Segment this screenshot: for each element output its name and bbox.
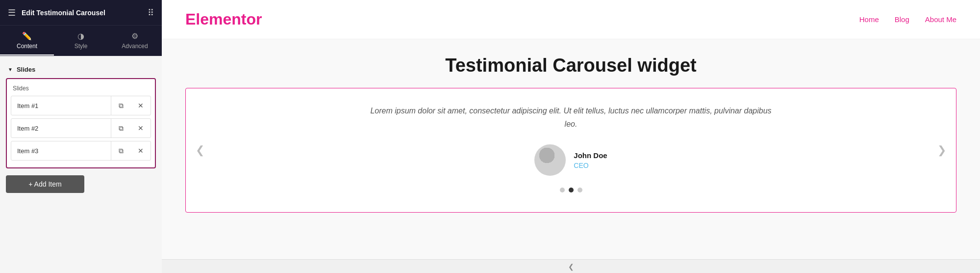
site-nav-links: Home Blog About Me xyxy=(859,15,956,24)
site-logo: Elementor xyxy=(185,10,262,28)
author-info: John Doe CEO xyxy=(574,151,607,169)
author-name: John Doe xyxy=(574,151,607,160)
slides-section-header[interactable]: ▼ Slides xyxy=(0,62,162,78)
site-navbar: Elementor Home Blog About Me xyxy=(162,0,980,39)
advanced-tab-icon: ⚙ xyxy=(131,31,138,41)
slides-section-title: Slides xyxy=(17,66,35,73)
slide-item-3-copy-button[interactable]: ⧉ xyxy=(111,141,131,161)
grid-icon[interactable]: ⠿ xyxy=(148,7,154,18)
style-tab-label: Style xyxy=(75,43,88,50)
hamburger-icon[interactable]: ☰ xyxy=(8,7,16,18)
style-tab-icon: ◑ xyxy=(77,31,84,41)
panel-title: Edit Testimonial Carousel xyxy=(22,9,105,17)
content-tab-label: Content xyxy=(17,43,37,50)
slide-item-2-label: Item #2 xyxy=(11,125,111,132)
collapse-bar[interactable]: ❮ xyxy=(162,259,980,273)
avatar-image xyxy=(534,144,566,176)
slides-sub-label: Slides xyxy=(11,83,151,96)
slide-item-1-copy-button[interactable]: ⧉ xyxy=(111,96,131,115)
carousel-text: Lorem ipsum dolor sit amet, consectetur … xyxy=(370,104,772,131)
slide-item-3-label: Item #3 xyxy=(11,147,111,155)
add-item-button[interactable]: + Add Item xyxy=(6,175,84,193)
carousel-wrapper: ❮ ❯ Lorem ipsum dolor sit amet, consecte… xyxy=(185,88,956,213)
slide-item-2-delete-button[interactable]: ✕ xyxy=(131,118,151,138)
main-area: Elementor Home Blog About Me Testimonial… xyxy=(162,0,980,273)
slides-collapse-arrow: ▼ xyxy=(8,67,13,72)
collapse-icon: ❮ xyxy=(568,263,574,271)
nav-link-home[interactable]: Home xyxy=(859,15,879,24)
advanced-tab-label: Advanced xyxy=(122,43,148,50)
panel-header-left: ☰ Edit Testimonial Carousel xyxy=(8,7,105,18)
slide-item-2[interactable]: Item #2 ⧉ ✕ xyxy=(11,118,151,138)
carousel-dots xyxy=(560,188,582,192)
carousel-next-arrow[interactable]: ❯ xyxy=(937,144,946,157)
carousel-dot-3[interactable] xyxy=(578,188,582,192)
tab-style[interactable]: ◑ Style xyxy=(54,26,108,55)
slide-item-1[interactable]: Item #1 ⧉ ✕ xyxy=(11,96,151,115)
panel-content: ▼ Slides Slides Item #1 ⧉ ✕ Item #2 ⧉ ✕ xyxy=(0,56,162,273)
carousel-author: John Doe CEO xyxy=(534,144,607,176)
tabs-row: ✏️ Content ◑ Style ⚙ Advanced xyxy=(0,26,162,56)
slide-item-1-label: Item #1 xyxy=(11,102,111,109)
author-role: CEO xyxy=(574,162,607,169)
slide-item-3-delete-button[interactable]: ✕ xyxy=(131,141,151,161)
slide-item-1-delete-button[interactable]: ✕ xyxy=(131,96,151,115)
slide-item-3[interactable]: Item #3 ⧉ ✕ xyxy=(11,141,151,161)
nav-link-blog[interactable]: Blog xyxy=(895,15,909,24)
content-tab-icon: ✏️ xyxy=(22,31,32,41)
tab-advanced[interactable]: ⚙ Advanced xyxy=(108,26,162,55)
tab-content[interactable]: ✏️ Content xyxy=(0,26,54,55)
panel-header: ☰ Edit Testimonial Carousel ⠿ xyxy=(0,0,162,26)
add-item-area: + Add Item xyxy=(0,168,162,198)
widget-area: Testimonial Carousel widget ❮ ❯ Lorem ip… xyxy=(162,39,980,273)
carousel-dot-2[interactable] xyxy=(569,188,574,192)
carousel-dot-1[interactable] xyxy=(560,188,565,192)
slide-item-2-copy-button[interactable]: ⧉ xyxy=(111,118,131,138)
widget-title: Testimonial Carousel widget xyxy=(445,55,696,76)
author-avatar xyxy=(534,144,566,176)
slides-box: Slides Item #1 ⧉ ✕ Item #2 ⧉ ✕ Item #3 ⧉… xyxy=(6,78,156,168)
carousel-prev-arrow[interactable]: ❮ xyxy=(196,144,204,157)
nav-link-about[interactable]: About Me xyxy=(925,15,956,24)
left-panel: ☰ Edit Testimonial Carousel ⠿ ✏️ Content… xyxy=(0,0,162,273)
